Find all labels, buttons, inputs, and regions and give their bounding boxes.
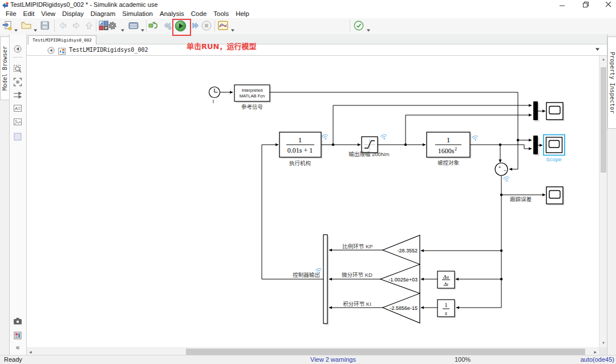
- hide-browser-icon[interactable]: [13, 44, 22, 54]
- svg-text:A: A: [15, 106, 18, 111]
- editor-main: TestLMIPIDRigidsys0_002 TestLMIPIDRigids…: [27, 34, 607, 355]
- interpreted-matlab-fcn-block[interactable]: Interpreted MATLAB Fcn 参考信号: [234, 85, 270, 110]
- model-canvas[interactable]: t Interpreted MATLAB Fcn 参考信号 1 0.01s + …: [27, 56, 599, 347]
- wire-junctions: [332, 139, 519, 280]
- wifi-icon: [503, 176, 510, 182]
- actuator-caption: 执行机构: [289, 160, 311, 166]
- up-icon[interactable]: [84, 21, 94, 31]
- kp-caption: 比例环节 KP: [342, 243, 372, 250]
- zoom-level: 100%: [455, 356, 471, 363]
- menu-code[interactable]: Code: [188, 10, 210, 17]
- run-button-highlight: [172, 19, 191, 36]
- minimize-button[interactable]: [556, 1, 569, 9]
- new-model-icon[interactable]: [2, 21, 13, 31]
- mux2-block[interactable]: [533, 136, 538, 154]
- horizontal-scroll-thumb[interactable]: [186, 349, 585, 355]
- controller-sum-bar-block[interactable]: [323, 235, 327, 324]
- horizontal-scrollbar[interactable]: ◀ ▶: [27, 347, 599, 355]
- menu-simulation[interactable]: Simulation: [119, 10, 156, 17]
- menu-file[interactable]: File: [2, 10, 20, 17]
- breadcrumb-model-name[interactable]: TestLMIPIDRigidsys0_002: [69, 47, 148, 53]
- simulation-data-inspector-icon[interactable]: [218, 21, 228, 31]
- open-icon[interactable]: [21, 21, 31, 31]
- stop-button[interactable]: [201, 21, 212, 31]
- simulink-window: TestLMIPIDRigidsys0_002 * - Simulink aca…: [0, 0, 616, 364]
- zoom-region-icon[interactable]: [13, 64, 22, 73]
- scroll-down-icon[interactable]: ▼: [602, 341, 605, 345]
- plant-denominator-exponent: 2: [455, 146, 457, 152]
- menu-bar: File Edit View Display Diagram Simulatio…: [0, 9, 616, 18]
- menu-view[interactable]: View: [38, 10, 59, 17]
- menu-display[interactable]: Display: [59, 10, 87, 17]
- ki-caption: 积分环节 KI: [343, 301, 371, 307]
- new-model-dropdown-icon[interactable]: [14, 24, 18, 28]
- error-caption: 跟踪误差: [510, 196, 532, 202]
- signal-wires[interactable]: [220, 92, 545, 308]
- scroll-up-icon[interactable]: ▲: [602, 58, 605, 61]
- plant-caption: 被控对象: [437, 159, 460, 166]
- kd-caption: 微分环节 KD: [342, 272, 372, 278]
- model-file-icon: [58, 47, 66, 54]
- simulink-app-icon: [2, 1, 9, 8]
- saturation-block[interactable]: 输出限幅 200Nm: [348, 137, 389, 157]
- menu-analysis[interactable]: Analysis: [156, 10, 188, 17]
- menu-diagram[interactable]: Diagram: [87, 10, 119, 17]
- open-dropdown-icon[interactable]: [33, 24, 38, 28]
- warnings-link[interactable]: View 2 warnings: [310, 356, 356, 363]
- subsystem-up-icon[interactable]: [47, 46, 55, 54]
- vertical-scroll-thumb[interactable]: [601, 67, 606, 173]
- gear-dropdown-icon[interactable]: [120, 24, 125, 28]
- model-advisor-check-icon[interactable]: [354, 21, 364, 31]
- data-editor-dropdown-icon[interactable]: [140, 24, 145, 28]
- scrollbar-corner: [599, 347, 607, 355]
- sdi-dropdown-icon[interactable]: [230, 24, 235, 28]
- solver-link[interactable]: auto(ode45): [581, 356, 614, 363]
- integrator-block[interactable]: 1 s: [437, 300, 455, 317]
- fcn-caption: 参考信号: [241, 104, 263, 110]
- restore-button[interactable]: [579, 1, 592, 9]
- step-back-icon[interactable]: [162, 21, 172, 31]
- actuator-transfer-fcn-block[interactable]: 1 0.01s + 1 执行机构: [279, 132, 321, 166]
- derivative-block[interactable]: Δu Δt: [437, 271, 455, 288]
- model-tab[interactable]: TestLMIPIDRigidsys0_002: [28, 35, 96, 45]
- wifi-icon: [472, 135, 479, 141]
- close-button[interactable]: [602, 1, 615, 9]
- image-annotation-icon[interactable]: [13, 117, 22, 126]
- forward-icon[interactable]: [71, 21, 82, 31]
- save-icon[interactable]: [40, 21, 50, 31]
- property-inspector-tab[interactable]: Property Inspector: [607, 36, 616, 129]
- title-bar: TestLMIPIDRigidsys0_002 * - Simulink aca…: [0, 0, 616, 9]
- fit-to-view-icon[interactable]: [13, 77, 22, 87]
- integrator-denominator: s: [445, 310, 447, 316]
- wifi-icon: [380, 134, 388, 140]
- menu-help[interactable]: Help: [232, 10, 253, 17]
- model-browser-tab[interactable]: Model Browser: [0, 36, 9, 100]
- model-settings-gear-icon[interactable]: [107, 21, 117, 31]
- scope-selected-block[interactable]: Scope: [544, 135, 565, 163]
- check-dropdown-icon[interactable]: [366, 24, 371, 28]
- area-box-icon[interactable]: [13, 132, 22, 141]
- error-scope-block[interactable]: [546, 187, 563, 204]
- plant-numerator: 1: [447, 136, 451, 144]
- annotation-icon[interactable]: A: [13, 104, 22, 113]
- mux1-block[interactable]: [533, 101, 538, 120]
- plant-transfer-fcn-block[interactable]: 1 1600s 2 被控对象: [427, 132, 470, 166]
- scroll-left-icon[interactable]: ◀: [29, 350, 32, 354]
- screenshot-camera-icon[interactable]: [13, 317, 22, 326]
- update-diagram-icon[interactable]: [148, 21, 159, 31]
- collapse-palette-icon[interactable]: «: [13, 343, 22, 353]
- viewmarks-icon[interactable]: [13, 331, 22, 340]
- wire-error-to-integrator[interactable]: [456, 175, 501, 308]
- scroll-right-icon[interactable]: ▶: [594, 350, 597, 354]
- step-forward-icon[interactable]: [191, 21, 201, 31]
- breadcrumb-dropdown-icon[interactable]: [595, 47, 600, 52]
- vertical-scrollbar[interactable]: ▲ ▼: [599, 56, 607, 347]
- signal-routing-icon[interactable]: [13, 91, 22, 100]
- back-icon[interactable]: [58, 21, 68, 31]
- menu-tools[interactable]: Tools: [210, 10, 232, 17]
- scope1-block[interactable]: [546, 103, 563, 120]
- menu-edit[interactable]: Edit: [20, 10, 38, 17]
- sum-block[interactable]: + −: [495, 163, 508, 175]
- model-data-editor-icon[interactable]: [128, 21, 139, 31]
- clock-block[interactable]: t: [209, 87, 220, 105]
